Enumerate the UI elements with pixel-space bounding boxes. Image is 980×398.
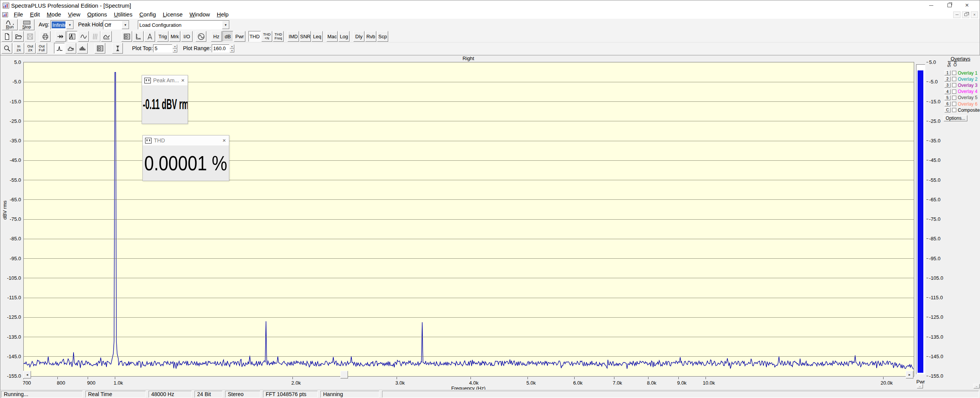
scales-button[interactable] bbox=[133, 31, 144, 42]
overlay-on-checkbox-1[interactable] bbox=[952, 71, 956, 75]
imd-button[interactable]: IMD bbox=[287, 31, 299, 42]
overlay-on-checkbox-3[interactable] bbox=[952, 83, 956, 87]
logging-button[interactable]: Log bbox=[338, 31, 350, 42]
overlay-set-button-3[interactable]: 3 bbox=[944, 83, 951, 88]
bar-plot-button[interactable] bbox=[77, 43, 88, 54]
scroll-left-icon[interactable]: ◄ bbox=[23, 371, 31, 378]
chevron-down-icon[interactable]: ▼ bbox=[66, 21, 74, 29]
plot-options-button[interactable] bbox=[95, 43, 105, 54]
thd-n-button[interactable]: THD +N bbox=[261, 31, 272, 42]
menu-window[interactable]: Window bbox=[186, 10, 213, 19]
overlay-on-checkbox-2[interactable] bbox=[952, 77, 956, 81]
plot-range-spinner[interactable]: ▲▼ bbox=[230, 44, 234, 52]
thd-button[interactable]: THD bbox=[248, 31, 261, 42]
scrollbar-thumb[interactable] bbox=[340, 371, 348, 378]
title-bar[interactable]: SpectraPLUS Professional Edition - [Spec… bbox=[0, 0, 980, 10]
overlay-set-button-2[interactable]: 2 bbox=[944, 77, 951, 82]
peak-hold-select[interactable]: Off ▼ bbox=[103, 20, 129, 29]
close-icon[interactable]: × bbox=[181, 77, 185, 83]
overlay-set-button-4[interactable]: 4 bbox=[944, 89, 951, 94]
menu-mode[interactable]: Mode bbox=[43, 10, 65, 19]
restore-icon[interactable] bbox=[944, 1, 955, 10]
x-tick-label: 6.0k bbox=[573, 380, 583, 386]
spin-up-icon[interactable]: ▲ bbox=[173, 44, 177, 49]
child-close-icon[interactable]: × bbox=[971, 11, 978, 18]
plot-top-input[interactable] bbox=[153, 44, 172, 52]
overlay-on-checkbox-6[interactable] bbox=[952, 102, 956, 106]
db-units-button[interactable]: dB bbox=[222, 31, 233, 42]
delay-label: Dly bbox=[355, 34, 363, 39]
overlay-on-checkbox-5[interactable] bbox=[952, 96, 956, 100]
menu-file[interactable]: File bbox=[10, 10, 26, 19]
load-configuration-select[interactable]: Load Configuration ▼ bbox=[138, 20, 230, 29]
overlay-set-button-c[interactable]: C bbox=[944, 108, 951, 113]
overlay-set-button-5[interactable]: 5 bbox=[944, 95, 951, 100]
spin-down-icon[interactable]: ▼ bbox=[173, 49, 177, 53]
zoom-in-2x-button[interactable]: In 2X bbox=[13, 43, 24, 54]
io-device-button[interactable]: I/O bbox=[181, 31, 193, 42]
markers-button[interactable]: Mrk bbox=[169, 31, 180, 42]
waveform-view-button[interactable] bbox=[78, 31, 89, 42]
thd-titlebar[interactable]: THD × bbox=[143, 135, 229, 145]
leq-button[interactable]: Leq bbox=[312, 31, 323, 42]
macro-button[interactable]: Mac bbox=[327, 31, 338, 42]
new-document-icon bbox=[3, 33, 11, 40]
close-icon[interactable]: × bbox=[961, 1, 973, 10]
menu-edit[interactable]: Edit bbox=[26, 10, 43, 19]
menu-utilities[interactable]: Utilities bbox=[111, 10, 136, 19]
hz-units-button[interactable]: Hz bbox=[211, 31, 222, 42]
zoom-out-full-button[interactable]: Out Full bbox=[36, 43, 47, 54]
child-restore-icon[interactable] bbox=[962, 11, 969, 18]
meter-scroll-left-button[interactable]: – bbox=[917, 384, 923, 388]
menu-help[interactable]: Help bbox=[213, 10, 232, 19]
octave-plot-button[interactable] bbox=[65, 43, 76, 54]
narrowband-plot-button[interactable] bbox=[54, 43, 65, 54]
overlay-on-checkbox-c[interactable] bbox=[952, 108, 956, 112]
delay-button[interactable]: Dly bbox=[353, 31, 364, 42]
menu-license[interactable]: License bbox=[159, 10, 186, 19]
scope-button[interactable]: Scp bbox=[377, 31, 388, 42]
run-button[interactable]: Run bbox=[2, 19, 18, 30]
chevron-down-icon[interactable]: ▼ bbox=[122, 21, 129, 29]
plot-range-input[interactable] bbox=[212, 44, 229, 52]
spectrogram-view-button[interactable] bbox=[90, 31, 100, 42]
overlay-set-button-1[interactable]: 1 bbox=[944, 70, 951, 75]
open-file-button[interactable] bbox=[13, 31, 24, 42]
new-file-button[interactable] bbox=[2, 31, 12, 42]
signal-generator-button[interactable] bbox=[196, 31, 206, 42]
spectrum-view-button[interactable] bbox=[67, 31, 77, 42]
overlay-on-checkbox-4[interactable] bbox=[952, 90, 956, 94]
vertical-range-icon bbox=[114, 45, 121, 52]
autoscale-button[interactable] bbox=[112, 43, 123, 54]
display-options-button[interactable] bbox=[121, 31, 132, 42]
scroll-right-icon[interactable]: ► bbox=[906, 371, 913, 378]
pwr-units-button[interactable]: Pwr bbox=[234, 31, 245, 42]
averaging-select[interactable]: Infinite ▼ bbox=[51, 20, 74, 29]
zoom-tool-button[interactable] bbox=[2, 43, 12, 54]
save-file-button[interactable] bbox=[24, 31, 35, 42]
stop-button[interactable]: Stop bbox=[19, 19, 34, 30]
menu-config[interactable]: Config bbox=[136, 10, 159, 19]
thd-freq-button[interactable]: THD Freq bbox=[273, 31, 284, 42]
spin-down-icon[interactable]: ▼ bbox=[230, 49, 234, 53]
child-minimize-icon[interactable] bbox=[953, 11, 960, 18]
surface-view-button[interactable] bbox=[101, 31, 112, 42]
meter-scroll-right-button[interactable]: – bbox=[973, 384, 980, 388]
zoom-out-2x-button[interactable]: Out 2X bbox=[25, 43, 36, 54]
close-icon[interactable]: × bbox=[222, 137, 226, 144]
overlay-options-button[interactable]: Options... bbox=[944, 115, 967, 121]
menu-view[interactable]: View bbox=[65, 10, 84, 19]
calibration-button[interactable] bbox=[144, 31, 155, 42]
spin-up-icon[interactable]: ▲ bbox=[230, 44, 234, 49]
overlay-set-button-6[interactable]: 6 bbox=[944, 101, 951, 106]
plot-top-spinner[interactable]: ▲▼ bbox=[173, 44, 177, 52]
chevron-down-icon[interactable]: ▼ bbox=[222, 21, 229, 29]
reverb-button[interactable]: Rvb bbox=[365, 31, 376, 42]
peak-amplitude-titlebar[interactable]: Peak Am... × bbox=[142, 75, 188, 85]
minimize-icon[interactable] bbox=[925, 1, 937, 10]
trigger-button[interactable]: Trig bbox=[157, 31, 168, 42]
menu-options[interactable]: Options bbox=[84, 10, 111, 19]
process-file-button[interactable] bbox=[55, 31, 66, 42]
snr-button[interactable]: SNR bbox=[300, 31, 311, 42]
print-button[interactable] bbox=[40, 31, 51, 42]
